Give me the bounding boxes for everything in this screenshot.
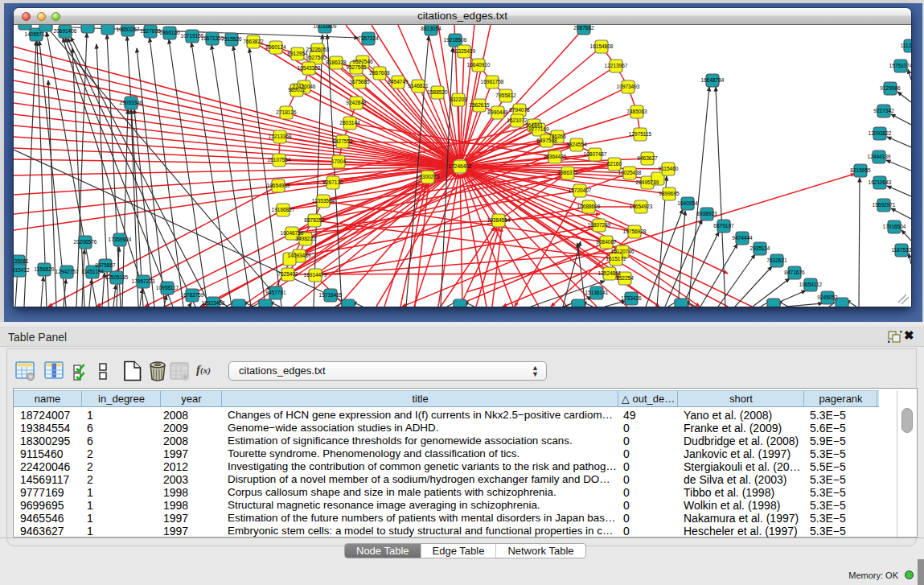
svg-text:8427552: 8427552: [332, 138, 353, 144]
svg-text:1733426: 1733426: [621, 295, 642, 301]
svg-text:7986372: 7986372: [557, 170, 578, 175]
svg-text:10033809: 10033809: [314, 25, 337, 29]
svg-text:17359924: 17359924: [109, 237, 132, 242]
svg-text:12444139: 12444139: [868, 154, 891, 159]
svg-text:10973493: 10973493: [617, 84, 640, 89]
svg-text:2867608: 2867608: [369, 70, 390, 76]
svg-text:9474444: 9474444: [732, 235, 753, 241]
svg-text:3824554: 3824554: [566, 142, 587, 147]
svg-text:2087682: 2087682: [573, 25, 594, 31]
svg-text:28495789: 28495789: [636, 179, 659, 185]
svg-text:62160: 62160: [607, 161, 622, 167]
svg-text:12213369: 12213369: [269, 134, 292, 139]
svg-text:8990448: 8990448: [487, 109, 508, 115]
svg-text:9115460: 9115460: [659, 166, 679, 171]
svg-text:6497568: 6497568: [536, 138, 557, 143]
svg-text:17004: 17004: [331, 159, 346, 164]
svg-text:16210643: 16210643: [869, 179, 892, 185]
svg-text:9146821: 9146821: [408, 83, 429, 89]
svg-text:9457791: 9457791: [265, 290, 286, 295]
svg-text:15751074: 15751074: [889, 63, 911, 68]
svg-text:7485063: 7485063: [626, 109, 647, 114]
svg-text:7632621: 7632621: [766, 257, 787, 263]
svg-text:11325419: 11325419: [453, 48, 476, 54]
svg-text:20206576: 20206576: [74, 239, 97, 245]
svg-text:6879197: 6879197: [713, 223, 734, 229]
svg-text:6794078: 6794078: [509, 107, 530, 113]
svg-text:9527500: 9527500: [306, 55, 326, 60]
svg-text:19654923: 19654923: [630, 204, 653, 209]
svg-text:3675685: 3675685: [349, 79, 370, 84]
svg-text:10025438: 10025438: [618, 170, 642, 175]
svg-text:15692971: 15692971: [873, 202, 896, 208]
svg-text:1615172: 1615172: [606, 256, 626, 262]
svg-text:1112894: 1112894: [901, 43, 911, 48]
svg-text:19384554: 19384554: [487, 217, 511, 223]
svg-text:1588520: 1588520: [427, 89, 448, 95]
svg-text:989012: 989012: [288, 87, 306, 93]
svg-text:9129966: 9129966: [880, 85, 901, 91]
svg-text:832203: 832203: [450, 97, 467, 102]
svg-text:8471676: 8471676: [784, 270, 805, 275]
svg-text:10958117: 10958117: [156, 285, 179, 290]
svg-text:9435061: 9435061: [14, 258, 29, 264]
svg-text:9242848: 9242848: [346, 100, 367, 105]
svg-text:7357224: 7357224: [358, 35, 379, 41]
svg-text:1562615: 1562615: [469, 102, 490, 108]
svg-text:11451194: 11451194: [81, 269, 104, 274]
svg-text:7625402: 7625402: [277, 271, 298, 277]
svg-text:2718126: 2718126: [276, 109, 297, 115]
svg-text:8878352: 8878352: [304, 217, 325, 223]
svg-text:16107554: 16107554: [268, 157, 291, 163]
svg-text:16961758: 16961758: [481, 79, 504, 84]
svg-text:3915412: 3915412: [14, 267, 30, 273]
svg-text:8267130: 8267130: [322, 179, 343, 185]
svg-text:16046736: 16046736: [281, 230, 304, 236]
svg-text:20691406: 20691406: [54, 28, 77, 34]
svg-text:1640954: 1640954: [677, 200, 698, 206]
svg-text:11353594: 11353594: [312, 198, 335, 204]
svg-text:25226053: 25226053: [306, 47, 330, 52]
svg-text:15716485: 15716485: [319, 292, 343, 298]
svg-text:16914479: 16914479: [304, 272, 327, 278]
svg-text:1527602: 1527602: [140, 28, 161, 34]
svg-text:8813054: 8813054: [421, 26, 441, 31]
svg-text:16640910: 16640910: [467, 62, 491, 68]
svg-text:8454749: 8454749: [388, 79, 409, 84]
svg-text:9527505: 9527505: [346, 64, 367, 70]
svg-text:12923468: 12923468: [202, 300, 225, 306]
svg-text:10853267: 10853267: [117, 27, 140, 32]
svg-text:2935114: 2935114: [750, 245, 770, 251]
svg-text:17246402: 17246402: [449, 163, 472, 169]
svg-text:15720407: 15720407: [569, 187, 592, 193]
svg-text:16807249: 16807249: [588, 222, 611, 228]
svg-text:10807487: 10807487: [584, 151, 607, 157]
svg-text:9975867: 9975867: [95, 262, 116, 268]
svg-text:12975115: 12975115: [629, 131, 652, 137]
svg-text:7515526: 7515526: [221, 36, 242, 42]
svg-text:16543362: 16543362: [298, 65, 321, 71]
svg-text:16120746: 16120746: [611, 249, 634, 254]
svg-text:9463627: 9463627: [637, 155, 658, 161]
svg-text:9245052: 9245052: [817, 295, 838, 300]
svg-text:10688609: 10688609: [577, 204, 601, 209]
svg-text:2803144: 2803144: [339, 120, 360, 126]
svg-text:16648784: 16648784: [701, 77, 725, 83]
svg-text:8960124: 8960124: [265, 44, 286, 50]
svg-text:9227342: 9227342: [873, 108, 894, 113]
svg-text:19218506: 19218506: [444, 37, 467, 43]
svg-text:1167533: 1167533: [892, 247, 911, 253]
svg-text:29053346: 29053346: [120, 100, 143, 105]
svg-text:15136141: 15136141: [585, 290, 609, 295]
svg-text:19654935: 19654935: [267, 183, 290, 188]
svg-text:12213967: 12213967: [605, 63, 628, 68]
svg-text:8215955: 8215955: [850, 167, 871, 173]
svg-text:15300273: 15300273: [417, 174, 440, 179]
svg-text:8938923: 8938923: [696, 211, 717, 216]
svg-text:14093489: 14093489: [288, 253, 311, 258]
svg-text:19756928: 19756928: [623, 229, 647, 234]
svg-text:8186328: 8186328: [326, 60, 347, 65]
svg-text:12093822: 12093822: [869, 130, 892, 136]
svg-text:12505185: 12505185: [105, 274, 129, 280]
svg-text:17957223: 17957223: [132, 278, 155, 284]
